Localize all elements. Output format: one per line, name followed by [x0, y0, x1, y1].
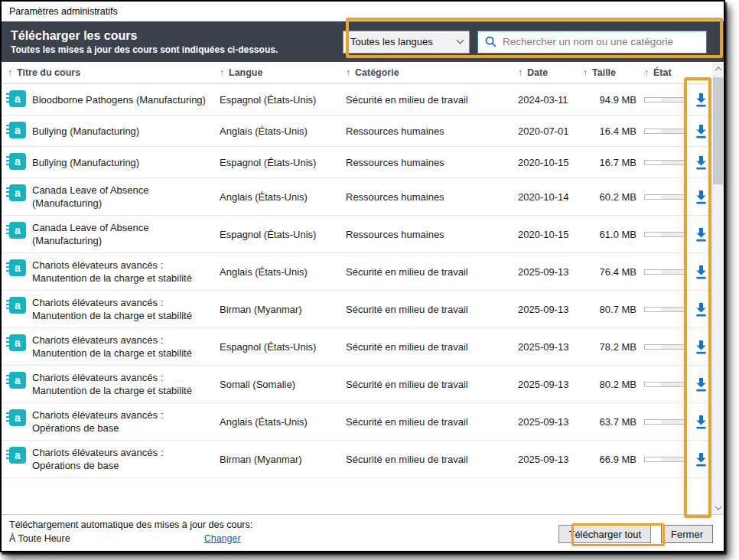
auto-download-label: Téléchargement automatique des mises à j…	[9, 518, 252, 532]
download-button[interactable]	[690, 224, 711, 244]
download-progress-bar	[644, 160, 687, 165]
download-button[interactable]	[690, 152, 711, 172]
course-title: Chariots élévateurs avancés : Opérations…	[32, 446, 220, 472]
download-all-button[interactable]: Télécharger tout	[558, 525, 651, 543]
download-progress-bar	[644, 194, 687, 200]
column-header-state[interactable]: ↑ État	[644, 67, 713, 78]
download-button[interactable]	[690, 262, 711, 282]
download-progress-bar	[644, 97, 687, 103]
course-size: 76.4 MB	[583, 265, 644, 278]
scroll-down-button[interactable]	[712, 501, 724, 514]
scroll-up-button[interactable]	[712, 62, 724, 75]
download-progress-bar	[644, 307, 687, 312]
course-language: Espagnol (États-Unis)	[220, 156, 346, 169]
column-header-title[interactable]: ↑ Titre du cours	[2, 67, 220, 78]
course-category: Sécurité en milieu de travail	[346, 303, 518, 316]
close-button[interactable]: Fermer	[661, 525, 713, 543]
download-button[interactable]	[690, 412, 711, 431]
sort-asc-icon: ↑	[644, 67, 649, 78]
course-language: Birman (Myanmar)	[220, 453, 346, 466]
course-title: Chariots élévateurs avancés : Opérations…	[32, 409, 220, 435]
table-row: a Chariots élévateurs avancés : Manutent…	[2, 253, 713, 291]
download-button[interactable]	[690, 374, 711, 394]
course-category: Sécurité en milieu de travail	[346, 340, 518, 353]
course-language: Anglais (États-Unis)	[220, 125, 346, 138]
language-filter-select[interactable]: Toutes les langues	[343, 31, 470, 54]
column-header-size[interactable]: ↑ Taille	[583, 67, 644, 78]
course-table: ↑ Titre du cours ↑ Langue ↑ Catégorie ↑ …	[2, 62, 724, 514]
download-courses-header: Télécharger les cours Toutes les mises à…	[2, 21, 724, 62]
sort-asc-icon: ↑	[220, 67, 224, 78]
table-row: a Chariots élévateurs avancés : Opératio…	[2, 403, 713, 441]
course-app-icon: a	[9, 409, 26, 426]
course-size: 80.7 MB	[583, 303, 644, 316]
course-title: Canada Leave of Absence (Manufacturing)	[32, 221, 220, 247]
column-header-language[interactable]: ↑ Langue	[220, 67, 346, 78]
download-progress-bar	[644, 129, 687, 134]
sort-asc-icon: ↑	[583, 67, 588, 78]
course-app-icon: a	[9, 153, 26, 170]
search-box	[477, 31, 707, 54]
course-title: Chariots élévateurs avancés : Manutentio…	[32, 296, 220, 322]
column-header-category[interactable]: ↑ Catégorie	[346, 67, 518, 78]
course-size: 16.4 MB	[583, 125, 644, 138]
search-icon	[484, 35, 497, 48]
table-row: a Chariots élévateurs avancés : Manutent…	[2, 328, 713, 366]
download-progress-bar	[644, 419, 687, 425]
scrollbar-thumb[interactable]	[713, 77, 723, 184]
course-category: Ressources humaines	[346, 156, 518, 169]
table-row: a Chariots élévateurs avancés : Opératio…	[2, 441, 713, 478]
download-button[interactable]	[690, 90, 711, 109]
sort-asc-icon: ↑	[518, 67, 523, 78]
download-progress-bar	[644, 344, 687, 350]
course-language: Anglais (États-Unis)	[220, 415, 346, 428]
table-row: a Canada Leave of Absence (Manufacturing…	[2, 178, 713, 216]
course-category: Sécurité en milieu de travail	[346, 378, 518, 391]
page-title: Télécharger les cours	[11, 28, 278, 44]
vertical-scrollbar[interactable]	[712, 62, 724, 514]
sort-asc-icon: ↑	[346, 67, 350, 78]
download-progress-bar	[644, 269, 687, 275]
download-progress-bar	[644, 382, 687, 387]
table-row: a Bullying (Manufacturing) Espagnol (Éta…	[2, 147, 713, 178]
table-row: a Chariots élévateurs avancés : Manutent…	[2, 366, 713, 403]
chevron-down-icon	[715, 503, 721, 510]
auto-download-value: À Toute Heure	[9, 532, 70, 545]
download-button[interactable]	[690, 299, 711, 319]
download-icon	[692, 376, 710, 393]
course-date: 2025-09-13	[518, 378, 583, 391]
course-language: Anglais (États-Unis)	[220, 190, 346, 203]
chevron-up-icon	[715, 67, 721, 73]
course-language: Espagnol (États-Unis)	[220, 340, 346, 353]
download-button[interactable]	[690, 187, 711, 207]
course-title: Bullying (Manufacturing)	[32, 125, 220, 138]
course-category: Ressources humaines	[346, 190, 518, 203]
download-icon	[692, 91, 710, 109]
table-row: a Bloodborne Pathogens (Manufacturing) E…	[2, 84, 713, 116]
download-button[interactable]	[690, 121, 711, 141]
course-date: 2025-09-13	[518, 265, 583, 278]
column-header-date[interactable]: ↑ Date	[518, 67, 583, 78]
course-app-icon: a	[9, 297, 26, 314]
course-title: Bloodborne Pathogens (Manufacturing)	[32, 93, 220, 106]
course-size: 66.9 MB	[583, 453, 644, 466]
download-button[interactable]	[690, 449, 711, 469]
course-category: Sécurité en milieu de travail	[346, 415, 518, 428]
window-titlebar: Paramètres administratifs	[2, 2, 724, 21]
course-title: Chariots élévateurs avancés : Manutentio…	[32, 371, 220, 397]
course-app-icon: a	[9, 259, 26, 276]
course-title: Canada Leave of Absence (Manufacturing)	[32, 184, 220, 210]
course-app-icon: a	[9, 90, 26, 107]
course-date: 2025-09-13	[518, 415, 583, 428]
course-date: 2020-10-15	[518, 228, 583, 241]
course-title: Chariots élévateurs avancés : Manutentio…	[32, 259, 220, 285]
course-size: 63.7 MB	[583, 415, 644, 428]
search-input[interactable]	[503, 36, 700, 47]
sort-asc-icon: ↑	[8, 67, 12, 78]
window-title: Paramètres administratifs	[9, 6, 118, 17]
language-filter-value: Toutes les langues	[350, 36, 433, 47]
download-button[interactable]	[690, 337, 711, 357]
course-size: 78.2 MB	[583, 340, 644, 353]
change-link[interactable]: Changer	[204, 532, 241, 545]
course-size: 80.2 MB	[583, 378, 644, 391]
